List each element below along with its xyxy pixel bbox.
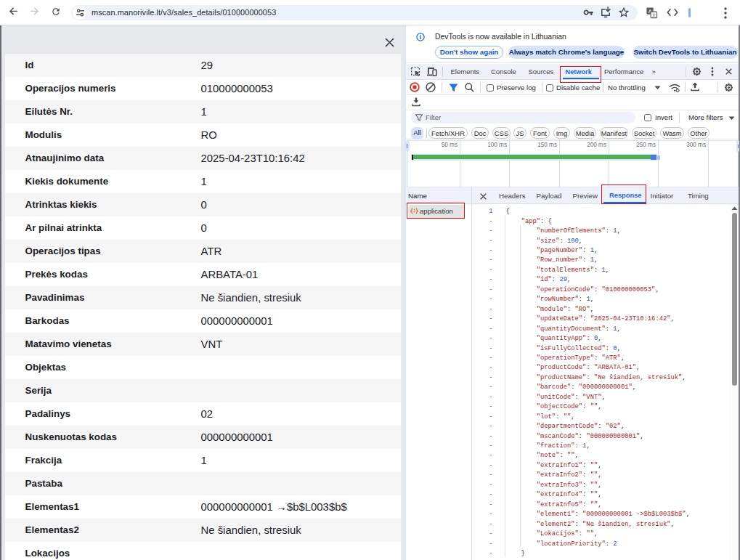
svg-text:文: 文 bbox=[651, 12, 656, 17]
